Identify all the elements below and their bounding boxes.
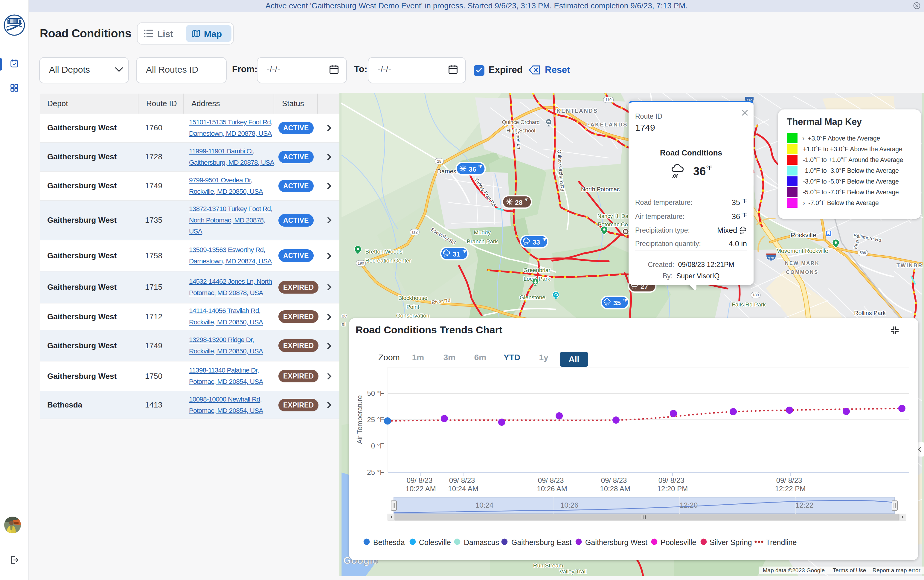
svg-text:Nancy H. Da: Nancy H. Da <box>598 213 629 219</box>
svg-text:35: 35 <box>613 299 621 307</box>
svg-text:31: 31 <box>453 250 461 258</box>
svg-text:Falls Rd Park: Falls Rd Park <box>732 302 766 308</box>
svg-text:Valley Trail: Valley Trail <box>560 568 587 575</box>
svg-text:KENTLANDS: KENTLANDS <box>557 108 598 114</box>
svg-text:28: 28 <box>515 199 522 206</box>
svg-text:Glenstone: Glenstone <box>520 294 545 300</box>
svg-text:Blockhouse: Blockhouse <box>398 295 428 301</box>
svg-text:al: al <box>341 321 345 327</box>
svg-text:119: 119 <box>605 97 611 102</box>
svg-text:Rockville: Rockville <box>791 232 816 239</box>
svg-text:Point: Point <box>406 304 420 310</box>
svg-text:36: 36 <box>469 165 476 173</box>
svg-text:190: 190 <box>357 261 364 265</box>
svg-text:Movement Rockville: Movement Rockville <box>776 247 828 254</box>
svg-text:Muddy: Muddy <box>474 229 491 236</box>
svg-text:Bretton Woods: Bretton Woods <box>366 249 402 255</box>
svg-text:Greenbriar: Greenbriar <box>523 267 550 273</box>
svg-text:TWINBR: TWINBR <box>896 262 923 269</box>
svg-text:°F: °F <box>463 249 466 254</box>
svg-text:°F: °F <box>623 298 627 303</box>
svg-text:High School: High School <box>507 128 535 133</box>
svg-text:°F: °F <box>542 237 546 242</box>
svg-text:NEW MARK: NEW MARK <box>785 260 820 266</box>
svg-text:Branch Park: Branch Park <box>467 238 498 245</box>
svg-text:LAKELANDS: LAKELANDS <box>586 121 628 128</box>
svg-text:ec: ec <box>341 313 347 319</box>
svg-text:Rollins Park: Rollins Park <box>854 310 886 316</box>
svg-text:189: 189 <box>753 293 759 297</box>
svg-text:33: 33 <box>532 238 540 246</box>
svg-text:°F: °F <box>524 198 529 202</box>
svg-text:112: 112 <box>412 230 418 234</box>
svg-text:586: 586 <box>860 250 866 255</box>
svg-text:COMMONS: COMMONS <box>786 269 819 275</box>
svg-text:28: 28 <box>437 159 441 163</box>
svg-text:Recreation Center: Recreation Center <box>366 257 411 264</box>
svg-text:270: 270 <box>768 256 774 260</box>
svg-text:North Potomac: North Potomac <box>581 186 620 193</box>
svg-text:Run Stream: Run Stream <box>533 562 563 568</box>
svg-text:°F: °F <box>478 165 482 169</box>
svg-text:Quince Orchard: Quince Orchard <box>502 119 540 125</box>
